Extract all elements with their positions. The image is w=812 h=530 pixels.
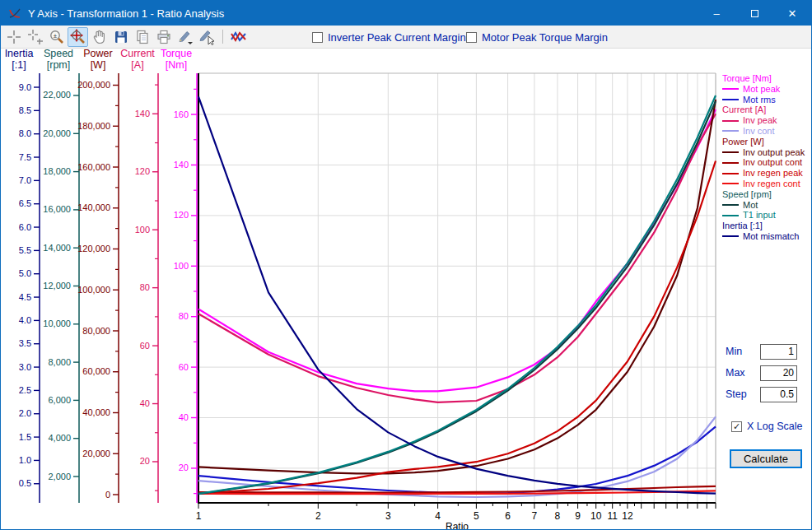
checkbox-box [312, 32, 323, 43]
legend-swatch [722, 173, 739, 174]
curves-icon [230, 29, 248, 45]
axis-tick-label: 1.5 [19, 432, 31, 442]
curve-style-tool-button[interactable] [228, 27, 249, 47]
max-input[interactable] [760, 365, 797, 381]
window-title: Y Axis - Transformation 1 - Ratio Analys… [28, 7, 698, 20]
axis-tick-label: 3.0 [19, 362, 31, 372]
app-logo-icon [8, 7, 21, 20]
inverter-peak-current-margin-checkbox[interactable]: Inverter Peak Current Margin [312, 31, 466, 44]
annotate-select-tool-button[interactable] [196, 27, 217, 47]
legend-item: Mot mismatch [722, 231, 810, 242]
legend-swatch [722, 204, 739, 206]
axis-tick-label: 1 [196, 510, 202, 522]
tracking-cursor-tool-button[interactable] [25, 27, 45, 47]
max-label: Max [726, 367, 760, 379]
legend-swatch [722, 99, 739, 100]
axis-tick-label: 2 [315, 510, 321, 522]
x-log-scale-checkbox[interactable]: ✓ X Log Scale [731, 421, 802, 432]
legend-swatch [722, 88, 739, 90]
axis-tick-label: 0 [105, 490, 110, 500]
copy-icon [134, 29, 151, 45]
axis-tick-label: 140 [174, 160, 189, 170]
axis-tick-label: 8.0 [19, 128, 31, 138]
curve-mot [198, 101, 716, 494]
axis-tick-label: 20 [179, 463, 189, 472]
axis-tick-label: 4 [435, 510, 441, 522]
legend-group-header: Speed [rpm] [722, 189, 810, 200]
legend-label: Mot [743, 200, 758, 211]
checkbox-box: ✓ [731, 421, 742, 432]
axis-tick-label: 20,000 [43, 128, 71, 138]
axis-tick-label: 8.5 [19, 105, 31, 115]
legend-swatch [722, 235, 739, 237]
legend-item: Inv output peak [722, 147, 810, 158]
legend-item: T1 input [722, 210, 810, 221]
annotate-tool-button[interactable] [175, 27, 195, 47]
zoom-extents-tool-button[interactable] [68, 27, 88, 47]
maximize-button[interactable] [735, 1, 773, 26]
axis-tick-label: 4.5 [19, 292, 31, 302]
legend-label: Mot rms [743, 95, 776, 105]
copy-tool-button[interactable] [132, 27, 152, 47]
axis-tick-label: 16,000 [43, 204, 71, 214]
legend-group-header: Torque [Nm] [722, 73, 810, 84]
pencil-select-icon [198, 29, 216, 45]
axis-tick-label: 160 [174, 109, 189, 119]
legend-group-header: Power [W] [722, 137, 810, 147]
print-tool-button[interactable] [153, 27, 174, 47]
legend-label: Inv output peak [743, 147, 805, 158]
step-input[interactable] [760, 387, 797, 402]
axis-tick-label: 0.5 [19, 478, 31, 488]
zoom-icon: ± [49, 29, 65, 45]
axis-tick-label: Power [83, 49, 112, 59]
legend-item: Inv regen peak [722, 168, 810, 179]
axis-tick-label: 9 [575, 510, 581, 522]
min-input[interactable] [760, 344, 797, 360]
save-icon [113, 29, 129, 45]
motor-peak-torque-margin-checkbox[interactable]: Motor Peak Torque Margin [466, 31, 608, 44]
pan-tool-button[interactable] [89, 27, 110, 47]
chart-plot-area[interactable]: 0.51.01.52.02.53.03.54.04.55.05.56.06.57… [1, 49, 811, 529]
axis-tick-label: 6 [505, 510, 511, 522]
close-button[interactable]: ✕ [773, 1, 811, 26]
axis-tick-label: 60 [140, 341, 150, 351]
tracking-cursor-icon [27, 29, 44, 45]
curve-t1-input [198, 95, 716, 494]
legend-label: Mot mismatch [743, 231, 799, 242]
axis-tick-label: Torque [161, 49, 192, 59]
axis-tick-label: [A] [131, 59, 143, 71]
legend-group-header: Inertia [:1] [722, 221, 810, 231]
axis-tick-label: 12,000 [43, 281, 71, 291]
title-bar: Y Axis - Transformation 1 - Ratio Analys… [1, 1, 811, 26]
zoom-tool-button[interactable]: ± [46, 27, 67, 47]
maximize-icon [751, 10, 758, 17]
save-tool-button[interactable] [110, 27, 131, 47]
crosshair-tool-button[interactable] [3, 27, 24, 47]
axis-tick-label: 2.5 [19, 385, 31, 395]
legend-item: Mot rms [722, 95, 810, 105]
legend-label: Inv regen peak [743, 168, 803, 179]
axis-tick-label: 7 [532, 510, 538, 522]
ratio-max-row: Max [726, 365, 808, 381]
minimize-button[interactable]: – [698, 1, 735, 26]
calculate-button[interactable]: Calculate [730, 449, 802, 468]
axis-tick-label: 1.0 [19, 455, 31, 465]
pencil-icon [176, 29, 194, 45]
axis-tick-label: 60 [179, 362, 189, 372]
legend-item: Inv peak [722, 115, 810, 126]
checkbox-label: X Log Scale [747, 421, 802, 432]
axis-tick-label: 100 [135, 225, 150, 235]
axis-tick-label: 140,000 [77, 202, 110, 212]
axis-tick-label: [Nm] [166, 59, 187, 71]
axis-tick-label: 2.0 [19, 408, 31, 418]
checkbox-box [466, 32, 477, 43]
curve-inv-cont [198, 416, 716, 497]
axis-tick-label: 6.0 [19, 222, 31, 232]
axis-tick-label: [W] [91, 59, 106, 71]
svg-text:±: ± [53, 31, 57, 39]
pan-hand-icon [91, 29, 108, 45]
legend-swatch [722, 130, 739, 132]
axis-tick-label: Speed [44, 49, 73, 59]
axis-tick-label: 8,000 [48, 357, 71, 367]
legend-swatch [722, 162, 739, 164]
